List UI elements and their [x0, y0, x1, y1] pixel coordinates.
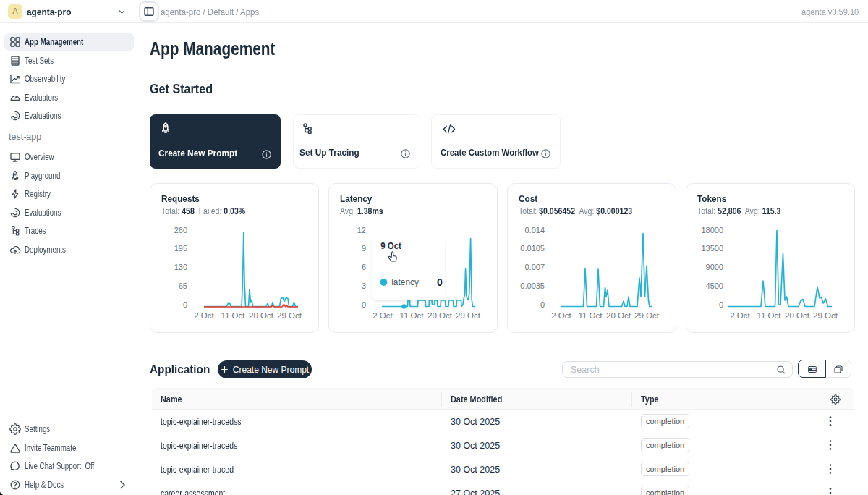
svg-text:9 Oct: 9 Oct — [380, 240, 401, 251]
svg-text:latency: latency — [391, 276, 419, 288]
svg-text:0: 0 — [437, 276, 443, 288]
